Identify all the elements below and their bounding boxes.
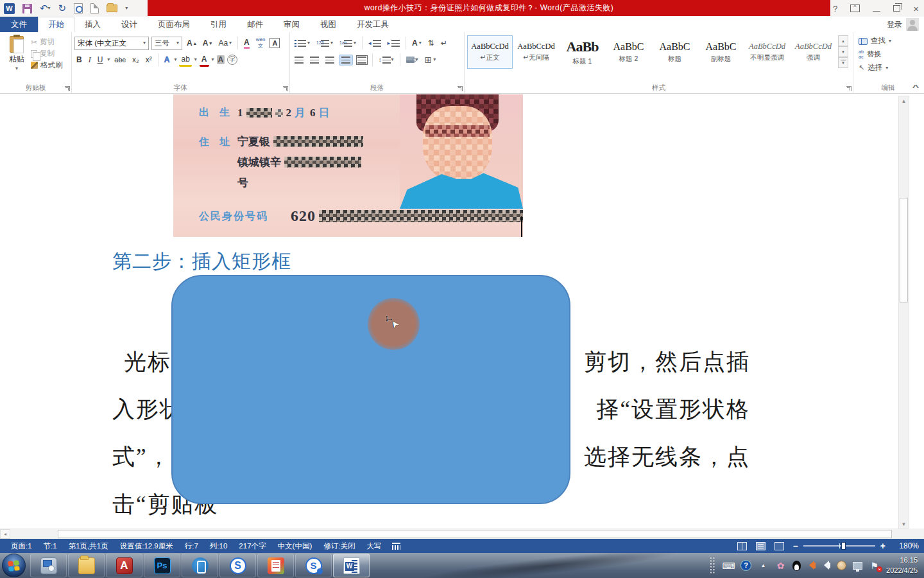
align-right-button[interactable] xyxy=(323,55,336,65)
paste-caret-icon[interactable]: ▾ xyxy=(15,66,18,71)
taskbar-clock[interactable]: 16:15 2022/4/25 xyxy=(886,556,918,576)
borders-caret-icon[interactable]: ▾ xyxy=(433,57,436,62)
style-normal[interactable]: AaBbCcDd↵正文 xyxy=(467,35,513,69)
document-heading[interactable]: 第二步：插入矩形框 xyxy=(112,249,291,275)
find-button[interactable]: 查找▾ xyxy=(859,35,920,47)
styles-more-button[interactable]: ▾ xyxy=(838,57,848,68)
bullets-caret-icon[interactable]: ▾ xyxy=(307,40,310,46)
scroll-down-icon[interactable]: ▼ xyxy=(899,520,909,529)
highlight-button[interactable]: ab xyxy=(179,53,191,67)
qat-customize-icon[interactable]: ▾ xyxy=(125,6,128,11)
line-spacing-button[interactable]: ↕▾ xyxy=(377,55,396,65)
copy-button[interactable]: 复制 xyxy=(31,49,63,58)
character-border-button[interactable]: A xyxy=(270,38,280,48)
tab-page-layout[interactable]: 页面布局 xyxy=(148,17,200,32)
sign-in[interactable]: 登录 xyxy=(887,17,919,32)
tab-mailings[interactable]: 邮件 xyxy=(237,17,273,32)
tab-insert[interactable]: 插入 xyxy=(74,17,111,32)
macro-record-icon[interactable] xyxy=(392,543,400,550)
style-heading1[interactable]: AaBb标题 1 xyxy=(560,35,605,69)
strikethrough-button[interactable]: abc xyxy=(112,55,128,65)
zoom-in-button[interactable]: + xyxy=(880,541,886,551)
tab-developer[interactable]: 开发工具 xyxy=(346,17,399,32)
input-keyboard-icon[interactable]: ⌨ xyxy=(723,560,734,571)
inserted-rectangle-shape[interactable]: ↔↕ ➤ xyxy=(171,275,570,504)
line-spacing-caret-icon[interactable]: ▾ xyxy=(391,57,394,62)
style-emphasis[interactable]: AaBbCcDd强调 xyxy=(791,35,836,69)
select-button[interactable]: ↖选择▾ xyxy=(859,62,920,74)
align-left-button[interactable] xyxy=(293,55,305,65)
asian-layout-button[interactable]: A▾ xyxy=(410,37,424,49)
restore-button[interactable] xyxy=(893,5,900,12)
undo-caret-icon[interactable]: ▾ xyxy=(48,6,51,11)
styles-scroll-up-button[interactable]: ▴ xyxy=(838,35,848,46)
style-subtitle[interactable]: AaBbC副标题 xyxy=(698,35,744,69)
taskbar-app-autocad[interactable]: A xyxy=(106,554,142,577)
status-word-count[interactable]: 217个字 xyxy=(233,541,271,551)
taskbar-app-recorder[interactable] xyxy=(30,554,67,577)
paragraph-dialog-launcher[interactable] xyxy=(458,86,463,91)
clear-formatting-button[interactable]: A xyxy=(242,37,252,50)
multilevel-caret-icon[interactable]: ▾ xyxy=(354,40,356,46)
style-heading2[interactable]: AaBbC标题 2 xyxy=(606,35,651,69)
scroll-up-icon[interactable]: ▲ xyxy=(899,96,909,106)
taskbar-app-s-download[interactable]: S xyxy=(295,554,332,577)
numbering-button[interactable]: 123▾ xyxy=(314,38,335,48)
numbering-caret-icon[interactable]: ▾ xyxy=(330,40,333,46)
align-center-button[interactable] xyxy=(308,55,321,65)
bullets-button[interactable]: ▾ xyxy=(293,39,312,48)
read-mode-button[interactable] xyxy=(737,542,747,550)
enclose-characters-button[interactable]: 字 xyxy=(227,55,237,65)
show-hidden-icons[interactable]: ▴ xyxy=(758,560,769,571)
tab-file[interactable]: 文件 xyxy=(0,17,38,32)
change-case-caret-icon[interactable]: ▾ xyxy=(229,40,232,46)
vertical-scroll-thumb[interactable] xyxy=(900,198,908,302)
taskbar-app-notes[interactable] xyxy=(257,554,294,577)
clipboard-dialog-launcher[interactable] xyxy=(65,86,70,91)
underline-caret-icon[interactable]: ▾ xyxy=(107,57,110,62)
styles-dialog-launcher[interactable] xyxy=(846,86,851,91)
font-dialog-launcher[interactable] xyxy=(283,86,288,91)
redo-icon[interactable]: ↻ xyxy=(58,3,67,14)
horizontal-scroll-thumb[interactable] xyxy=(58,530,892,538)
flower-tray-icon[interactable]: ✿ xyxy=(775,560,786,571)
network-icon[interactable] xyxy=(853,562,862,570)
phonetic-guide-button[interactable]: wén文 xyxy=(254,36,268,50)
style-subtle-emphasis[interactable]: AaBbCcDd不明显强调 xyxy=(744,35,790,69)
italic-button[interactable]: I xyxy=(87,54,93,66)
scroll-left-icon[interactable]: ◂ xyxy=(0,529,10,539)
multilevel-list-button[interactable]: 1ab▾ xyxy=(338,38,358,48)
print-layout-button[interactable] xyxy=(756,542,766,550)
show-hide-marks-button[interactable]: ↵ xyxy=(439,37,449,49)
tab-references[interactable]: 引用 xyxy=(200,17,237,32)
sign-in-label[interactable]: 登录 xyxy=(887,19,902,30)
tab-review[interactable]: 审阅 xyxy=(273,17,310,32)
font-color-caret-icon[interactable]: ▾ xyxy=(212,57,214,62)
font-color-button[interactable]: A xyxy=(200,53,209,67)
qq-icon[interactable] xyxy=(792,561,801,571)
id-card-image[interactable]: 出 生 1 2月 6日 住 址 宁夏银 镇城镇辛 号 公民身份号码 620 xyxy=(173,94,523,237)
minimize-button[interactable] xyxy=(873,11,880,12)
save-icon[interactable] xyxy=(22,4,32,13)
style-title[interactable]: AaBbC标题 xyxy=(652,35,697,69)
tab-view[interactable]: 视图 xyxy=(310,17,346,32)
zoom-out-button[interactable]: – xyxy=(793,541,798,551)
horizontal-scrollbar[interactable]: ◂ ▸ xyxy=(0,529,909,539)
print-preview-icon[interactable] xyxy=(74,3,83,13)
volume-icon[interactable] xyxy=(827,563,830,568)
borders-button[interactable]: ⊞▾ xyxy=(423,53,438,66)
taskbar-app-sunflower[interactable]: S xyxy=(219,554,256,577)
cut-button[interactable]: ✂剪切 xyxy=(31,37,63,47)
open-icon[interactable] xyxy=(107,4,117,12)
undo-icon[interactable]: ↶▾ xyxy=(40,3,51,14)
underline-button[interactable]: U xyxy=(96,54,105,66)
collapse-ribbon-button[interactable]: ^ xyxy=(912,84,920,91)
vertical-scrollbar[interactable]: ▲ ▼ xyxy=(898,96,909,530)
taskbar-app-photoshop[interactable]: Ps xyxy=(144,554,180,577)
status-track-changes[interactable]: 修订:关闭 xyxy=(318,541,361,551)
messenger-icon[interactable] xyxy=(837,561,846,570)
change-case-button[interactable]: Aa▾ xyxy=(216,37,234,49)
web-layout-button[interactable] xyxy=(774,542,784,550)
close-button[interactable]: × xyxy=(913,3,919,14)
status-column[interactable]: 列:10 xyxy=(204,541,234,551)
